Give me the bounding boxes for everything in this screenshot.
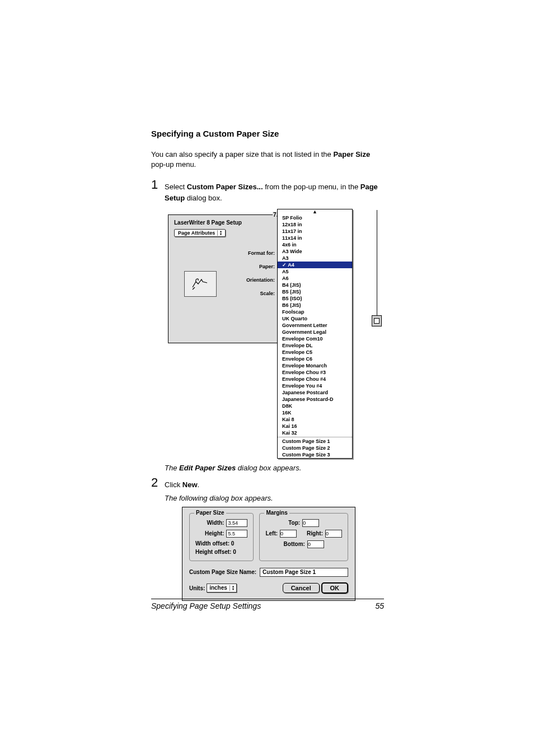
width-offset: Width offset: 0 xyxy=(195,540,247,547)
popup-arrows-icon xyxy=(220,230,222,236)
intro-prefix: You can also specify a paper size that i… xyxy=(151,150,333,158)
bottom-input[interactable] xyxy=(307,540,324,548)
menu-group-bottom: Custom Page Size 1 Custom Page Size 2 Cu… xyxy=(278,438,352,458)
menu-item[interactable]: 11x17 in xyxy=(278,228,352,235)
menu-item[interactable]: Envelope C6 xyxy=(278,356,352,362)
menu-item[interactable]: Government Letter xyxy=(278,322,352,329)
margins-legend: Margins xyxy=(264,510,289,516)
menu-item[interactable]: Japanese Postcard-D xyxy=(278,396,352,403)
ok-button[interactable]: OK xyxy=(321,582,349,594)
preview-icon xyxy=(184,271,217,297)
units-label: Units: xyxy=(189,585,205,591)
intro-bold: Paper Size xyxy=(333,150,370,158)
menu-item[interactable]: Custom Page Size 3 xyxy=(278,451,352,458)
cancel-button[interactable]: Cancel xyxy=(283,583,320,593)
menu-item[interactable]: Kai 32 xyxy=(278,430,352,436)
width-label: Width: xyxy=(195,520,224,526)
menu-item[interactable]: Government Legal xyxy=(278,329,352,335)
custom-name-input[interactable] xyxy=(260,568,348,577)
orientation-label: Orientation: xyxy=(246,273,275,287)
menu-item[interactable]: 16K xyxy=(278,409,352,416)
menu-item[interactable]: UK Quarto xyxy=(278,315,352,322)
units-value: inches xyxy=(209,585,227,591)
height-label: Height: xyxy=(195,530,224,536)
scrollbar-track xyxy=(372,210,382,315)
menu-item[interactable]: 12x18 in xyxy=(278,221,352,228)
intro-suffix: pop-up menu. xyxy=(151,160,196,169)
menu-item[interactable]: Envelope Monarch xyxy=(278,362,352,369)
menu-item[interactable]: Envelope Chou #4 xyxy=(278,376,352,382)
menu-item[interactable]: Japanese Postcard xyxy=(278,389,352,396)
menu-item[interactable]: Custom Page Size 2 xyxy=(278,445,352,451)
menu-scroll-up-icon[interactable]: ▲ xyxy=(278,209,352,214)
field-labels: Format for: Paper: Orientation: Scale: xyxy=(246,246,275,300)
top-input[interactable] xyxy=(302,519,319,527)
caption-2: The following dialog box appears. xyxy=(165,494,386,502)
width-input[interactable] xyxy=(226,519,247,527)
menu-item[interactable]: A3 xyxy=(278,255,352,262)
step-2-number: 2 xyxy=(151,475,165,491)
t: dialog box. xyxy=(185,194,222,202)
bottom-label: Bottom: xyxy=(284,541,305,547)
menu-item[interactable]: B6 (JIS) xyxy=(278,302,352,309)
intro-paragraph: You can also specify a paper size that i… xyxy=(151,150,386,170)
figure-page-setup: 7.1 LaserWriter 8 Page Setup Page Attrib… xyxy=(168,209,369,458)
height-offset: Height offset: 0 xyxy=(195,549,247,555)
footer-page-number: 55 xyxy=(375,601,384,610)
menu-item[interactable]: Envelope C5 xyxy=(278,349,352,356)
page-setup-dialog: 7.1 LaserWriter 8 Page Setup Page Attrib… xyxy=(168,214,280,343)
menu-item[interactable]: D8K xyxy=(278,403,352,409)
menu-item[interactable]: B5 (ISO) xyxy=(278,295,352,302)
menu-item[interactable]: SP Folio xyxy=(278,214,352,221)
paper-size-menu[interactable]: ▲ SP Folio 12x18 in 11x17 in 11x14 in 4x… xyxy=(277,209,353,459)
t: dialog box appears. xyxy=(236,464,301,472)
right-label: Right: xyxy=(307,530,323,536)
t: Select xyxy=(165,183,187,191)
popup-separator xyxy=(229,585,230,591)
section-heading: Specifying a Custom Paper Size xyxy=(151,129,386,138)
menu-item[interactable]: Envelope Chou #3 xyxy=(278,369,352,376)
format-for-label: Format for: xyxy=(246,246,275,260)
scale-label: Scale: xyxy=(246,287,275,300)
menu-item-selected[interactable]: A4 xyxy=(278,262,352,268)
left-input[interactable] xyxy=(280,530,297,538)
menu-group-top: SP Folio 12x18 in 11x17 in 11x14 in 4x6 … xyxy=(278,214,352,262)
menu-item[interactable]: Envelope You #4 xyxy=(278,382,352,389)
menu-item[interactable]: A5 xyxy=(278,268,352,275)
menu-item[interactable]: 11x14 in xyxy=(278,235,352,241)
menu-item[interactable]: A3 Wide xyxy=(278,248,352,255)
t: from the pop-up menu, in the xyxy=(263,183,360,191)
step-1: 1 Select Custom Paper Sizes... from the … xyxy=(151,178,386,203)
menu-separator xyxy=(278,437,352,437)
menu-item[interactable]: B5 (JIS) xyxy=(278,288,352,295)
t: Click xyxy=(165,480,182,489)
menu-item[interactable]: Envelope DL xyxy=(278,342,352,349)
menu-item[interactable]: Envelope Com10 xyxy=(278,335,352,342)
page-attributes-label: Page Attributes xyxy=(178,230,215,236)
height-input[interactable] xyxy=(226,530,247,538)
menu-item[interactable]: 4x6 in xyxy=(278,241,352,248)
step-2: 2 Click New. xyxy=(151,475,386,491)
custom-name-label: Custom Page Size Name: xyxy=(189,569,256,575)
scrollbar-thumb[interactable] xyxy=(372,315,382,326)
caption-1: The Edit Paper Sizes dialog box appears. xyxy=(165,464,386,472)
paper-label: Paper: xyxy=(246,260,275,273)
custom-size-dialog: Paper Size Width: Height: Width offset: … xyxy=(182,507,355,601)
menu-item[interactable]: Foolscap xyxy=(278,309,352,315)
margins-fieldset: Margins Top: Left: Right: Bottom: xyxy=(259,513,348,561)
menu-item[interactable]: Custom Page Size 1 xyxy=(278,438,352,445)
menu-item[interactable]: Kai 8 xyxy=(278,416,352,423)
step-1-text: Select Custom Paper Sizes... from the po… xyxy=(165,178,386,203)
menu-group-mid: A5 A6 B4 (JIS) B5 (JIS) B5 (ISO) B6 (JIS… xyxy=(278,268,352,436)
menu-item[interactable]: Kai 16 xyxy=(278,423,352,430)
t: Custom Paper Sizes... xyxy=(187,183,263,191)
menu-item[interactable]: B4 (JIS) xyxy=(278,282,352,288)
units-popup[interactable]: inches xyxy=(207,584,237,592)
right-input[interactable] xyxy=(325,530,342,538)
paper-size-fieldset: Paper Size Width: Height: Width offset: … xyxy=(189,513,254,561)
left-label: Left: xyxy=(265,530,278,536)
t: New xyxy=(182,480,198,489)
menu-item[interactable]: A6 xyxy=(278,275,352,282)
page-attributes-popup[interactable]: Page Attributes xyxy=(174,229,226,237)
step-2-text: Click New. xyxy=(165,475,199,491)
